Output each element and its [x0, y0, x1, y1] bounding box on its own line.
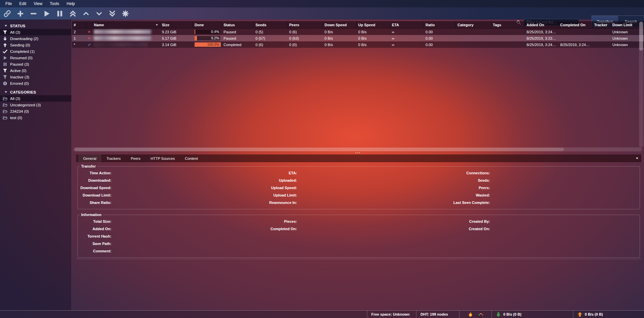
- status-filter-downloading-2[interactable]: Downloading (2): [0, 35, 71, 42]
- cell-ratio: 0.00: [424, 35, 456, 41]
- column-header-ratio[interactable]: Ratio: [424, 21, 456, 28]
- cell-eta: ∞: [390, 29, 424, 35]
- category-label: test (0): [10, 116, 22, 120]
- column-header-eta[interactable]: ETA: [390, 21, 424, 28]
- tab-general[interactable]: General: [78, 154, 101, 162]
- column-header-state-icon[interactable]: [86, 21, 92, 28]
- add-magnet-link-button[interactable]: [3, 9, 11, 18]
- category-test-0[interactable]: test (0): [0, 114, 71, 121]
- cell-added-on: 8/25/2019, 3:24…: [525, 29, 558, 35]
- column-header-status[interactable]: Status: [222, 21, 254, 28]
- status-filter-resumed-0[interactable]: Resumed (0): [0, 55, 71, 61]
- move-down-button[interactable]: [95, 9, 103, 18]
- cell-completed-on: [558, 29, 592, 35]
- torrent-table: #NameSizeDoneStatusSeedsPeersDown SpeedU…: [72, 21, 644, 48]
- move-up-button[interactable]: [81, 9, 90, 18]
- vertical-scrollbar-thumb[interactable]: [639, 22, 643, 50]
- tab-peers[interactable]: Peers: [126, 154, 146, 162]
- vertical-scrollbar[interactable]: [639, 21, 643, 147]
- menu-view[interactable]: View: [30, 0, 46, 7]
- column-header-down-speed[interactable]: Down Speed: [323, 21, 357, 28]
- field-label-reannounce-in: Reannounce In:: [265, 201, 297, 205]
- torrent-row[interactable]: 29.23 GiB0.4%Paused0 (5)0 (6)0 B/s0 B/s∞…: [72, 29, 644, 35]
- column-header-up-speed[interactable]: Up Speed: [357, 21, 390, 28]
- status-filter-inactive-3[interactable]: Inactive (3): [0, 74, 71, 80]
- cell-completed-on: 8/25/2019, 3:24…: [558, 41, 592, 48]
- menu-file[interactable]: File: [2, 0, 15, 7]
- status-filter-paused-3[interactable]: Paused (3): [0, 61, 71, 67]
- cell-category: [456, 35, 491, 41]
- menu-bar: FileEditViewToolsHelp: [0, 0, 644, 7]
- column-header-down-limit[interactable]: Down Limit: [611, 21, 640, 28]
- tab-content[interactable]: Content: [180, 154, 203, 162]
- category-uncategorized-3[interactable]: Uncategorized (3): [0, 102, 71, 108]
- column-header-category[interactable]: Category: [456, 21, 491, 28]
- menu-edit[interactable]: Edit: [15, 0, 30, 7]
- delete-torrent-button[interactable]: [29, 9, 38, 18]
- pause-torrent-button[interactable]: [55, 9, 64, 18]
- column-header-tracker[interactable]: Tracker: [592, 21, 611, 28]
- collapse-triangle-icon: [4, 91, 7, 94]
- category-all-3[interactable]: All (3): [0, 95, 71, 102]
- collapse-panel-icon[interactable]: [636, 157, 639, 160]
- column-header-tags[interactable]: Tags: [491, 21, 525, 28]
- alt-speed-limits-icon[interactable]: [478, 312, 483, 317]
- download-speed-label: 0 B/s (0 B): [503, 312, 521, 316]
- category-label: All (3): [10, 97, 20, 101]
- column-header-seeds[interactable]: Seeds: [254, 21, 287, 28]
- status-filter-errored-0[interactable]: Errored (0): [0, 80, 71, 86]
- column-header-peers[interactable]: Peers: [287, 21, 323, 28]
- move-top-button[interactable]: [68, 9, 77, 18]
- status-filter-seeding-0[interactable]: Seeding (0): [0, 42, 71, 48]
- status-filter-label: Active (0): [10, 69, 27, 73]
- cell-ratio: 0.00: [424, 29, 456, 35]
- status-section-header[interactable]: STATUS: [0, 23, 71, 29]
- field-label-pieces: Pieces:: [265, 219, 297, 223]
- status-filter-completed-1[interactable]: Completed (1): [0, 48, 71, 55]
- collapse-triangle-icon: [4, 24, 7, 27]
- tab-http-sources[interactable]: HTTP Sources: [145, 154, 180, 162]
- column-header-[interactable]: #: [72, 21, 86, 28]
- redacted-torrent-name: [94, 36, 151, 40]
- global-upload-speed[interactable]: 0 B/s (0 B): [573, 311, 644, 318]
- options-button[interactable]: [121, 9, 130, 18]
- add-torrent-button[interactable]: [16, 9, 25, 18]
- cell-status: Paused: [222, 29, 254, 35]
- cell-tags: [491, 29, 525, 35]
- menu-tools[interactable]: Tools: [46, 0, 63, 7]
- torrent-row[interactable]: 15.17 GiB9.2%Paused0 (57)0 (63)0 B/s0 B/…: [72, 35, 644, 41]
- status-filter-label: Downloading (2): [10, 37, 38, 41]
- menu-help[interactable]: Help: [63, 0, 79, 7]
- cell-down-limit: Unknown: [611, 41, 640, 48]
- tab-trackers[interactable]: Trackers: [101, 154, 126, 162]
- categories-section-header[interactable]: CATEGORIES: [0, 89, 71, 95]
- column-header-added-on[interactable]: Added On: [525, 21, 558, 28]
- global-download-speed[interactable]: 0 B/s (0 B): [492, 311, 573, 318]
- cell-category: [456, 29, 491, 35]
- resume-torrent-button[interactable]: [42, 9, 51, 18]
- cell-peers: 0 (0): [287, 41, 323, 48]
- progress-bar: 0.4%: [195, 30, 220, 34]
- cell-done: 9.2%: [193, 35, 222, 41]
- column-header-size[interactable]: Size: [160, 21, 193, 28]
- column-header-completed-on[interactable]: Completed On: [558, 21, 592, 28]
- status-filter-all-3[interactable]: All (3): [0, 29, 71, 35]
- column-header-name[interactable]: Name: [92, 21, 160, 28]
- play-icon: [43, 10, 50, 17]
- cell-status: Paused: [222, 35, 254, 41]
- field-label-last-seen-complete: Last Seen Complete:: [452, 201, 490, 205]
- move-bottom-button[interactable]: [108, 9, 116, 18]
- information-legend: Information: [80, 213, 103, 217]
- progress-label: 0.4%: [211, 30, 219, 34]
- category-234234-0[interactable]: 234234 (0): [0, 108, 71, 114]
- dht-label: DHT: 199 nodes: [420, 312, 448, 316]
- cell-state: [86, 41, 92, 48]
- panel-resize-handle[interactable]: [72, 151, 644, 154]
- cell-status: Completed: [222, 41, 254, 48]
- torrent-row[interactable]: *3.14 GiB100.0%Completed0 (6)0 (0)0 B/s0…: [72, 41, 644, 48]
- field-label-share-ratio: Share Ratio:: [78, 201, 111, 205]
- status-filter-active-0[interactable]: Active (0): [0, 67, 71, 74]
- check-icon: [3, 49, 7, 54]
- sort-descending-icon: [156, 24, 158, 26]
- column-header-done[interactable]: Done: [193, 21, 222, 28]
